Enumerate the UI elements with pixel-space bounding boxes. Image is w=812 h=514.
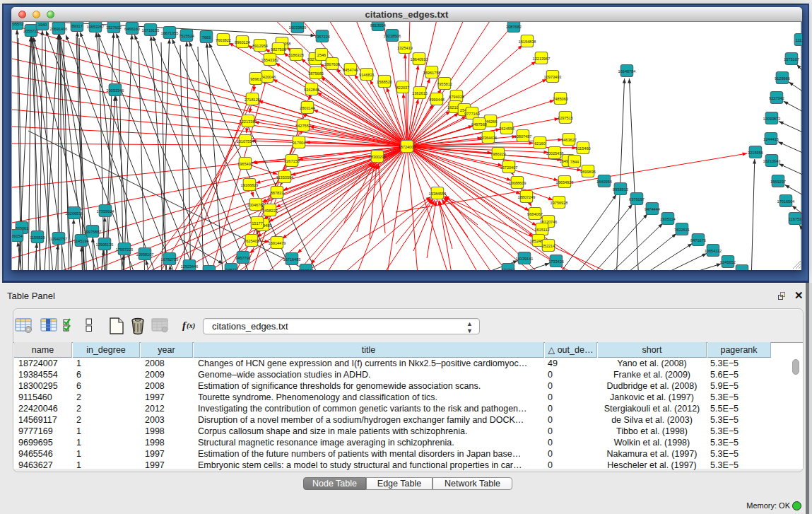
svg-text:12905135: 12905135 <box>96 243 114 247</box>
svg-text:39154: 39154 <box>12 234 23 238</box>
svg-text:14139141: 14139141 <box>516 257 534 261</box>
svg-text:20206536: 20206536 <box>66 211 83 216</box>
svg-text:822037: 822037 <box>396 86 410 90</box>
svg-text:7663822: 7663822 <box>216 38 231 42</box>
svg-text:16914479: 16914479 <box>269 241 286 245</box>
svg-text:2867608: 2867608 <box>324 62 340 66</box>
svg-text:1588520: 1588520 <box>377 80 392 84</box>
svg-text:6497568: 6497568 <box>471 122 487 127</box>
svg-text:20691406: 20691406 <box>50 27 68 31</box>
svg-text:19218506: 19218506 <box>384 34 401 38</box>
svg-text:7844: 7844 <box>570 160 579 164</box>
svg-text:2087682: 2087682 <box>506 25 522 29</box>
svg-text:8471676: 8471676 <box>690 238 706 243</box>
svg-text:98961: 98961 <box>250 77 261 81</box>
svg-text:8960124: 8960124 <box>235 40 250 45</box>
svg-text:3624554: 3624554 <box>499 127 514 131</box>
svg-text:12923446: 12923446 <box>181 264 199 269</box>
svg-text:18724007: 18724007 <box>399 145 416 149</box>
svg-text:2546: 2546 <box>317 53 326 57</box>
svg-text:9242848: 9242848 <box>304 88 319 92</box>
svg-text:1733426: 1733426 <box>548 259 564 264</box>
svg-text:15177: 15177 <box>252 221 263 226</box>
svg-text:887833: 887833 <box>271 191 284 195</box>
svg-text:16648784: 16648784 <box>618 69 636 74</box>
svg-text:20053346: 20053346 <box>107 88 124 93</box>
svg-text:8990448: 8990448 <box>429 98 445 102</box>
svg-text:15720407: 15720407 <box>500 165 518 170</box>
svg-text:94577: 94577 <box>225 268 237 271</box>
svg-text:7357224: 7357224 <box>314 35 330 39</box>
svg-text:8813054: 8813054 <box>370 23 386 28</box>
svg-text:8912954: 8912954 <box>252 44 268 48</box>
svg-text:19654923: 19654923 <box>556 180 574 185</box>
svg-text:9684067: 9684067 <box>527 212 543 216</box>
svg-text:6379197: 6379197 <box>629 197 645 201</box>
svg-text:19756928: 19756928 <box>551 201 568 205</box>
svg-text:15716485: 15716485 <box>283 257 301 262</box>
svg-text:9227342: 9227342 <box>769 96 784 100</box>
svg-text:10046766: 10046766 <box>247 203 265 207</box>
svg-text:18640910: 18640910 <box>411 57 428 62</box>
svg-text:9146821: 9146821 <box>359 73 375 77</box>
svg-text:7632621: 7632621 <box>674 228 690 232</box>
svg-text:7625402: 7625402 <box>244 239 259 243</box>
svg-text:17957225: 17957225 <box>116 247 134 252</box>
svg-text:10807487: 10807487 <box>514 134 532 139</box>
svg-text:9115460: 9115460 <box>575 146 590 151</box>
svg-text:10107554: 10107554 <box>237 139 254 144</box>
svg-text:39975887: 39975887 <box>84 230 102 234</box>
svg-text:12093872: 12093872 <box>763 117 781 121</box>
svg-text:62160: 62160 <box>534 141 546 146</box>
svg-text:8427552: 8427552 <box>295 124 311 128</box>
svg-text:116753: 116753 <box>789 217 801 221</box>
svg-text:17016504: 17016504 <box>777 199 795 204</box>
svg-text:2935114: 2935114 <box>660 217 675 221</box>
svg-text:1569297: 1569297 <box>770 180 786 184</box>
svg-text:1156829: 1156829 <box>30 235 45 240</box>
svg-text:18807249: 18807249 <box>518 195 536 199</box>
svg-text:2718126: 2718126 <box>245 98 260 102</box>
svg-text:2803144: 2803144 <box>300 106 315 110</box>
svg-text:7986322: 7986322 <box>490 152 506 156</box>
svg-text:8186328: 8186328 <box>288 53 304 57</box>
svg-text:9474444: 9474444 <box>645 207 660 211</box>
svg-text:3875685: 3875685 <box>308 71 324 76</box>
svg-text:9129966: 9129966 <box>775 76 790 81</box>
svg-text:6794028: 6794028 <box>449 95 464 99</box>
svg-text:16961758: 16961758 <box>423 71 441 75</box>
svg-text:16210643: 16210643 <box>763 159 781 163</box>
svg-text:8938913: 8938913 <box>613 187 628 192</box>
svg-text:7663: 7663 <box>202 35 211 40</box>
svg-text:8454749: 8454749 <box>343 68 358 72</box>
svg-text:10025438: 10025438 <box>546 151 564 156</box>
svg-text:9463627: 9463627 <box>561 138 577 142</box>
svg-text:6466160: 6466160 <box>124 27 140 31</box>
svg-text:89317: 89317 <box>71 24 83 28</box>
svg-text:16033809: 16033809 <box>289 25 307 30</box>
svg-text:10719155: 10719155 <box>142 28 160 33</box>
svg-text:7485063: 7485063 <box>553 97 568 101</box>
svg-text:129234: 129234 <box>203 270 216 271</box>
svg-text:1575107: 1575107 <box>784 57 799 62</box>
svg-text:3267150: 3267150 <box>284 159 300 163</box>
svg-text:16543382: 16543382 <box>261 58 279 62</box>
svg-text:1244415: 1244415 <box>763 137 779 141</box>
svg-text:5498222: 5498222 <box>262 209 278 213</box>
svg-text:18300295: 18300295 <box>369 155 387 159</box>
svg-text:1325419: 1325419 <box>397 46 413 50</box>
svg-text:16154838: 16154838 <box>519 40 536 44</box>
svg-text:12942757: 12942757 <box>50 237 68 241</box>
svg-text:924565: 924565 <box>736 269 749 271</box>
svg-text:252214: 252214 <box>542 244 555 248</box>
svg-text:1965492: 1965492 <box>237 162 253 166</box>
svg-text:11353594: 11353594 <box>276 175 293 180</box>
svg-text:10688609: 10688609 <box>509 181 526 185</box>
svg-text:10958107: 10958107 <box>136 252 154 257</box>
svg-text:10654112: 10654112 <box>705 249 722 253</box>
svg-text:17359924: 17359924 <box>97 209 114 214</box>
svg-text:12213389: 12213389 <box>240 119 257 124</box>
svg-text:9245652: 9245652 <box>720 260 736 264</box>
svg-text:20364436: 20364436 <box>480 136 498 140</box>
svg-text:10973493: 10973493 <box>544 75 562 79</box>
